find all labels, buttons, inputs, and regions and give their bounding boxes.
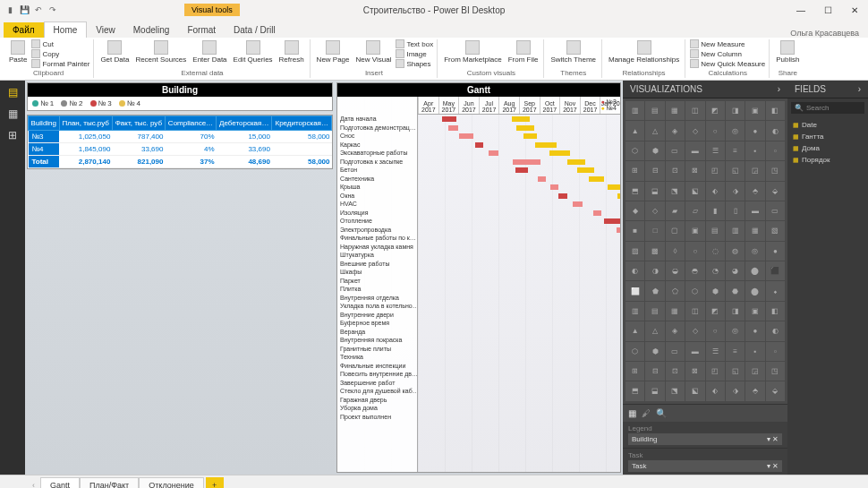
maximize-button[interactable]: ☐ [814,1,841,19]
cut-button[interactable]: Cut [31,39,89,48]
viz-type-icon[interactable]: ◔ [706,261,725,280]
viz-type-icon[interactable]: ▱ [685,201,704,220]
viz-type-icon[interactable]: ● [766,242,785,261]
well-legend[interactable]: Building▾ ✕ [628,433,782,445]
gantt-bar[interactable] [550,184,558,190]
viz-type-icon[interactable]: ☰ [706,342,725,361]
gantt-bar[interactable] [516,125,535,131]
viz-type-icon[interactable]: ⬡ [685,281,704,300]
page-tab[interactable]: Gantt [40,477,80,489]
viz-type-icon[interactable]: ⬓ [645,381,664,400]
viz-type-icon[interactable]: ⬢ [706,281,725,300]
viz-type-icon[interactable]: ▭ [666,342,685,361]
viz-type-icon[interactable]: ⬔ [666,381,685,400]
viz-type-icon[interactable]: ◕ [726,261,745,280]
page-tab[interactable]: Отклонение [139,477,204,489]
new-column-button[interactable]: New Column [690,49,765,58]
viz-type-icon[interactable]: ◱ [726,362,745,381]
format-tab-icon[interactable]: 🖌 [642,408,651,418]
viz-type-icon[interactable]: ▥ [625,101,644,120]
viz-type-icon[interactable]: ⬠ [666,281,685,300]
viz-type-icon[interactable]: ≡ [726,141,745,160]
new-visual-button[interactable]: New Visual [354,39,394,64]
viz-type-icon[interactable]: ⬢ [645,141,664,160]
tab-modeling[interactable]: Modeling [124,22,179,38]
viz-type-icon[interactable]: ⬘ [745,182,764,201]
viz-type-icon[interactable]: ◰ [706,161,725,180]
viz-type-icon[interactable]: ▣ [745,101,764,120]
table-header[interactable]: Факт, тыс. руб [112,116,165,131]
viz-type-icon[interactable]: ⬕ [685,381,704,400]
gantt-bar[interactable] [617,193,621,199]
viz-type-icon[interactable]: ◧ [766,101,785,120]
new-quick-measure-button[interactable]: New Quick Measure [690,59,765,68]
viz-type-icon[interactable]: ◲ [745,362,764,381]
viz-type-icon[interactable]: ▦ [666,101,685,120]
viz-type-icon[interactable]: ◑ [645,261,664,280]
viz-type-icon[interactable]: ● [745,121,764,140]
viz-type-icon[interactable]: ⬥ [766,281,785,300]
tab-view[interactable]: View [87,22,124,38]
viz-type-icon[interactable]: ⊟ [645,161,664,180]
gantt-bar[interactable] [523,133,537,139]
viz-type-icon[interactable]: ▲ [625,321,644,340]
fields-search[interactable]: 🔍Search [791,102,864,114]
viz-type-icon[interactable]: ⬙ [766,381,785,400]
viz-type-icon[interactable]: ⊟ [645,362,664,381]
viz-type-icon[interactable]: ▪ [745,342,764,361]
gantt-bar[interactable] [459,133,473,139]
minimize-button[interactable]: — [787,1,814,19]
viz-type-icon[interactable]: ⊡ [666,161,685,180]
gantt-bar[interactable] [512,116,531,122]
undo-icon[interactable]: ↶ [32,4,45,16]
gantt-bar[interactable] [515,167,528,173]
switch-theme-button[interactable]: Switch Theme [549,39,598,64]
gantt-bar[interactable] [573,201,583,207]
tab-datadrill[interactable]: Data / Drill [225,22,285,38]
viz-type-icon[interactable]: ◇ [685,121,704,140]
viz-type-icon[interactable]: ▯ [726,201,745,220]
viz-type-icon[interactable]: ▧ [766,221,785,240]
gantt-bar[interactable] [617,227,620,233]
viz-type-icon[interactable]: ◓ [685,261,704,280]
copy-button[interactable]: Copy [31,49,89,58]
viz-type-icon[interactable]: ⬤ [745,281,764,300]
tab-file[interactable]: Файл [4,22,44,38]
viz-type-icon[interactable]: ▥ [726,221,745,240]
viz-type-icon[interactable]: □ [645,221,664,240]
gantt-bar[interactable] [589,176,604,182]
table-header[interactable]: Compliance… [165,116,216,131]
viz-type-icon[interactable]: ▬ [685,141,704,160]
viz-type-icon[interactable]: ▪ [745,141,764,160]
viz-type-icon[interactable]: ▨ [625,242,644,261]
viz-type-icon[interactable]: ◈ [666,121,685,140]
viz-type-icon[interactable]: ○ [685,242,704,261]
chevron-right-icon[interactable]: › [778,84,780,94]
viz-type-icon[interactable]: △ [645,121,664,140]
viz-type-icon[interactable]: ≡ [726,342,745,361]
viz-type-icon[interactable]: ◰ [706,362,725,381]
viz-type-icon[interactable]: ⊠ [685,362,704,381]
new-page-button[interactable]: New Page [315,39,352,64]
gantt-bar[interactable] [604,218,620,224]
viz-type-icon[interactable]: ▫ [766,141,785,160]
viz-type-icon[interactable]: ⬛ [766,261,785,280]
viz-type-icon[interactable]: ⬕ [685,182,704,201]
gantt-bar[interactable] [567,159,584,165]
viz-type-icon[interactable]: ⬜ [625,281,644,300]
viz-type-icon[interactable]: ⬘ [745,381,764,400]
prev-page-icon[interactable]: ‹ [27,481,40,489]
viz-type-icon[interactable]: ▩ [645,242,664,261]
report-canvas[interactable]: Building 📁 Change 🖼 Gallery + — ✕ [25,81,623,475]
viz-type-icon[interactable]: ◒ [666,261,685,280]
gantt-bar[interactable] [577,167,594,173]
edit-queries-button[interactable]: Edit Queries [232,39,275,64]
redo-icon[interactable]: ↷ [47,4,59,16]
viz-type-icon[interactable]: ⬟ [645,281,664,300]
viz-type-icon[interactable]: ▮ [706,201,725,220]
gantt-bar[interactable] [489,150,498,156]
viz-type-icon[interactable]: ◧ [766,302,785,321]
tab-home[interactable]: Home [44,21,88,38]
field-table[interactable]: ▦Date [793,119,863,131]
viz-type-icon[interactable]: ⬓ [645,182,664,201]
